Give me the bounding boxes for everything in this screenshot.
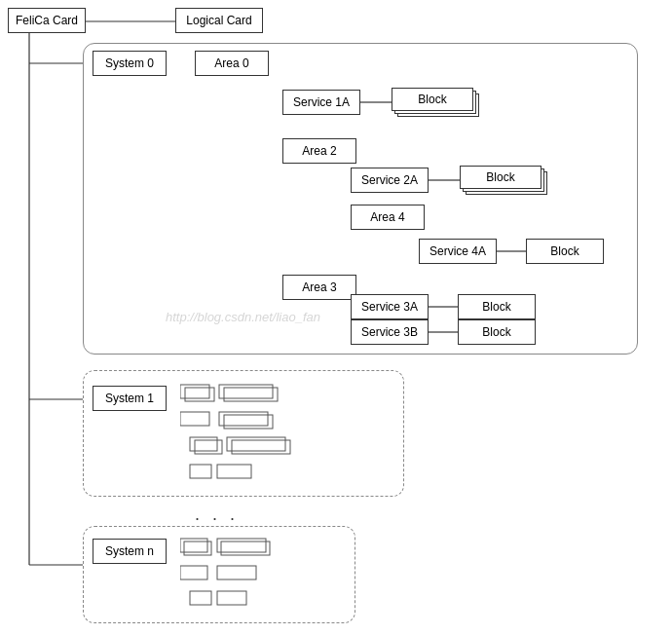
area2-box: Area 2	[282, 138, 356, 164]
svg-rect-24	[190, 437, 217, 451]
service1a-label: Service 1A	[293, 95, 350, 109]
felica-card-label: FeliCa Card	[16, 14, 78, 27]
system0-label: System 0	[105, 56, 154, 70]
service1a-box: Service 1A	[282, 90, 360, 115]
systemn-box: System n	[93, 539, 167, 564]
svg-rect-25	[195, 440, 222, 454]
area0-box: Area 0	[195, 51, 269, 76]
svg-rect-27	[232, 440, 290, 454]
service3a-box: Service 3A	[351, 294, 429, 319]
block2-label: Block	[486, 170, 514, 184]
svg-rect-36	[190, 591, 211, 605]
block4-label: Block	[550, 244, 579, 258]
service4a-label: Service 4A	[429, 244, 486, 258]
area0-label: Area 0	[214, 56, 248, 70]
systemn-label: System n	[105, 544, 154, 558]
service3b-label: Service 3B	[361, 325, 418, 339]
service3a-label: Service 3A	[361, 300, 418, 314]
system0-box: System 0	[93, 51, 167, 76]
area3-box: Area 3	[282, 275, 356, 300]
block3a-label: Block	[482, 300, 510, 314]
svg-rect-19	[219, 385, 273, 398]
service3b-box: Service 3B	[351, 319, 429, 345]
block3b-label: Block	[482, 325, 510, 339]
dots-separator: . . .	[195, 504, 239, 525]
logical-card-label: Logical Card	[186, 14, 251, 27]
area3-label: Area 3	[302, 280, 336, 294]
block4-box: Block	[526, 239, 604, 264]
svg-rect-28	[190, 465, 211, 478]
watermark: http://blog.csdn.net/liao_fan	[166, 310, 320, 324]
diagram: FeliCa Card Logical Card System 0 Area 0…	[0, 0, 672, 635]
svg-rect-23	[224, 415, 273, 429]
block3a-box: Block	[458, 294, 536, 319]
svg-rect-34	[180, 566, 207, 579]
logical-card-box: Logical Card	[175, 8, 263, 33]
felica-card-box: FeliCa Card	[8, 8, 86, 33]
svg-rect-26	[227, 437, 285, 451]
svg-rect-22	[219, 412, 268, 426]
block3b-box: Block	[458, 319, 536, 345]
block1-stacked: Block	[392, 88, 479, 117]
area4-box: Area 4	[351, 205, 425, 230]
system1-mini-blocks	[180, 375, 375, 492]
block2-stacked: Block	[460, 166, 547, 195]
system1-box: System 1	[93, 386, 167, 411]
svg-rect-37	[217, 591, 246, 605]
svg-rect-20	[224, 388, 278, 401]
block1-label: Block	[418, 93, 446, 106]
svg-rect-35	[217, 566, 256, 579]
area2-label: Area 2	[302, 144, 336, 158]
svg-rect-33	[221, 542, 270, 555]
service4a-box: Service 4A	[419, 239, 497, 264]
svg-rect-21	[180, 412, 209, 426]
area4-label: Area 4	[370, 210, 404, 224]
system1-label: System 1	[105, 392, 154, 405]
systemn-mini-blocks	[180, 531, 336, 618]
svg-rect-29	[217, 465, 251, 478]
svg-rect-32	[217, 539, 266, 552]
service2a-box: Service 2A	[351, 168, 429, 193]
service2a-label: Service 2A	[361, 173, 418, 187]
